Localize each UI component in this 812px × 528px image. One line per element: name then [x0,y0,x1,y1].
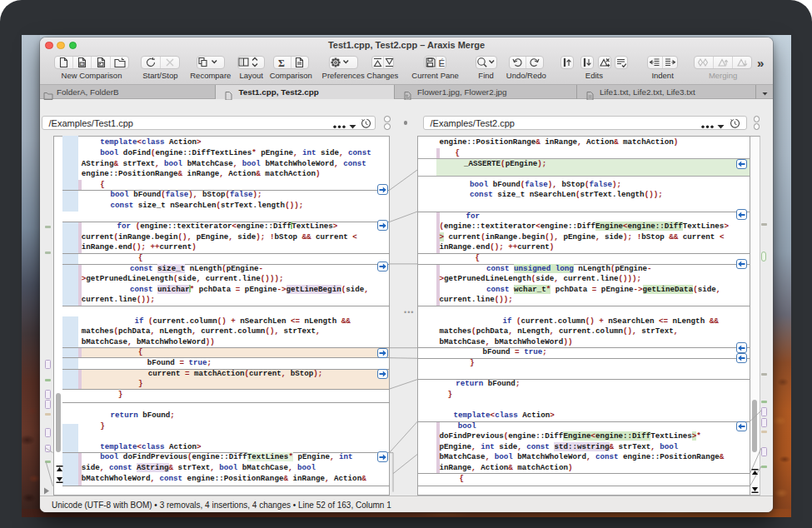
svg-text:Σ: Σ [278,57,285,68]
svg-text:É: É [439,58,446,68]
svg-text:01: 01 [81,63,84,67]
